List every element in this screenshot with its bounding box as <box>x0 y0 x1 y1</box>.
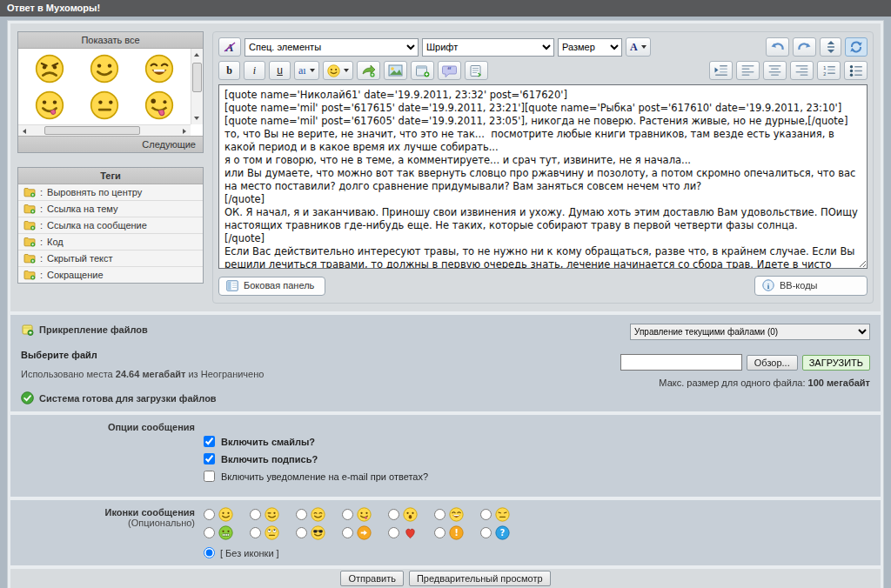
post-option-checkbox[interactable] <box>204 471 215 482</box>
indent-button[interactable] <box>709 61 733 80</box>
remove-format-button[interactable]: A <box>218 37 241 57</box>
message-icon-radio[interactable] <box>250 509 261 520</box>
emoticon-crazy[interactable] <box>132 90 187 120</box>
align-center-button[interactable] <box>763 61 787 80</box>
underline-button[interactable]: u <box>269 61 291 80</box>
post-option[interactable]: Включить уведомление на e-mail при ответ… <box>204 471 428 482</box>
browse-button[interactable]: Обзор... <box>747 355 798 371</box>
post-option[interactable]: Включить смайлы? <box>204 436 428 447</box>
tag-item[interactable]: :Скрытый текст <box>18 250 203 266</box>
message-icon-radio[interactable] <box>434 509 446 520</box>
editor-column: A Спец. элементы Шрифт Размер A b i u aı… <box>212 31 874 304</box>
special-elements-select[interactable]: Спец. элементы <box>245 38 419 57</box>
align-left-button[interactable] <box>736 61 760 80</box>
tag-item[interactable]: :Сокращение <box>18 266 203 283</box>
bold-button[interactable]: b <box>218 61 240 80</box>
emoticon-tongue[interactable] <box>22 90 77 120</box>
message-icon-option-rolleyes[interactable] <box>250 525 292 540</box>
message-icon-radio[interactable] <box>204 509 215 520</box>
emoticon-smile[interactable] <box>77 54 131 84</box>
tag-item[interactable]: :Код <box>18 233 203 250</box>
resize-editor-button[interactable] <box>820 37 841 57</box>
message-icon-option-excl[interactable]: ! <box>434 525 477 540</box>
insert-upload-button[interactable] <box>411 61 434 80</box>
unordered-list-button[interactable] <box>844 61 868 80</box>
message-icon-option-sick[interactable] <box>204 525 246 540</box>
message-icon-option-ohmy[interactable] <box>388 507 431 522</box>
message-icon-radio[interactable] <box>480 509 492 520</box>
scroll-left-icon[interactable] <box>19 126 30 137</box>
post-option[interactable]: Включить подпись? <box>204 453 428 464</box>
submit-button[interactable]: Отправить <box>340 571 404 586</box>
message-icon-option-smile[interactable] <box>204 507 246 522</box>
message-icon-option-question[interactable]: ? <box>480 525 523 540</box>
redo-button[interactable] <box>793 37 816 57</box>
scroll-thumb[interactable] <box>192 63 202 92</box>
emoticon-mad[interactable] <box>22 54 77 84</box>
message-icon-radio[interactable] <box>388 509 399 520</box>
post-option-checkbox[interactable] <box>204 436 215 447</box>
align-right-button[interactable] <box>790 61 814 80</box>
message-icon-option-none[interactable]: [ Без иконки ] <box>204 547 523 558</box>
emoticons-vertical-scrollbar[interactable] <box>191 49 203 124</box>
message-icon-option-heart[interactable] <box>388 525 431 540</box>
message-icon-option-tongue[interactable] <box>342 507 385 522</box>
emoticon-shifty[interactable] <box>77 90 131 120</box>
italic-button[interactable]: i <box>244 61 265 80</box>
message-icon-radio[interactable] <box>296 509 307 520</box>
dropdown-arrow-icon <box>310 69 315 72</box>
ordered-list-button[interactable]: 12 <box>817 61 841 80</box>
message-icon-option-arrow[interactable] <box>342 525 385 540</box>
size-select[interactable]: Размер <box>558 38 622 57</box>
bbcode-help-button[interactable]: iВВ-коды <box>754 276 868 296</box>
message-icon-option-cool[interactable] <box>296 525 338 540</box>
insert-image-button[interactable] <box>384 61 407 80</box>
show-all-emoticons-link[interactable]: Показать все <box>18 32 203 49</box>
scroll-thumb[interactable] <box>44 126 140 135</box>
message-icon-radio[interactable] <box>342 527 353 538</box>
insert-quote-button[interactable]: “ <box>438 61 461 80</box>
message-icon-option-sleep[interactable] <box>296 507 338 522</box>
scroll-down-icon[interactable] <box>191 113 202 124</box>
sidebar-toggle-button[interactable]: Боковая панель <box>218 277 325 296</box>
tag-separator: : <box>40 220 43 231</box>
message-icon-radio[interactable] <box>296 527 307 538</box>
insert-link-button[interactable] <box>357 61 380 80</box>
tag-item[interactable]: :Выровнять по центру <box>18 184 203 200</box>
tag-item[interactable]: :Ссылка на сообщение <box>18 217 203 233</box>
message-icon-radio[interactable] <box>480 527 492 538</box>
tags-panel: Теги :Выровнять по центру:Ссылка на тему… <box>17 167 204 284</box>
message-icon-radio[interactable] <box>388 527 399 538</box>
message-icon-option-biglaugh[interactable] <box>434 507 477 522</box>
undo-button[interactable] <box>766 37 789 57</box>
upload-button[interactable]: ЗАГРУЗИТЬ <box>802 355 870 371</box>
font-select[interactable]: Шрифт <box>422 38 554 57</box>
scroll-up-icon[interactable] <box>191 50 202 60</box>
align-center-icon <box>767 64 782 77</box>
insert-code-button[interactable] <box>465 61 488 80</box>
manage-files-select[interactable]: Управление текущими файлами (0) <box>630 324 870 340</box>
toggle-mode-button[interactable] <box>845 37 868 57</box>
message-icon-radio[interactable] <box>250 527 261 538</box>
message-icon-radio[interactable] <box>342 509 353 520</box>
emoticons-horizontal-scrollbar[interactable] <box>18 124 191 136</box>
choose-file-label: Выберите файл <box>21 350 264 360</box>
indent-icon <box>713 64 728 77</box>
message-editor[interactable]: [quote name='Николай61' date='19.9.2011,… <box>218 84 868 269</box>
tag-item[interactable]: :Ссылка на тему <box>18 200 203 217</box>
file-path-input[interactable] <box>620 354 742 371</box>
post-option-checkbox[interactable] <box>204 453 215 464</box>
font-color-button[interactable]: A <box>626 37 651 57</box>
no-icon-radio[interactable] <box>204 547 215 558</box>
text-style-button[interactable]: aı <box>294 61 319 80</box>
svg-text:2: 2 <box>823 71 827 77</box>
emoticon-dropdown-button[interactable] <box>323 61 353 80</box>
emoticon-biglaugh[interactable] <box>132 54 187 84</box>
message-icon-option-wink[interactable] <box>250 507 292 522</box>
message-icon-radio[interactable] <box>434 527 446 538</box>
message-icon-radio[interactable] <box>204 527 215 538</box>
message-icon-option-dry[interactable] <box>480 507 523 522</box>
next-emoticons-link[interactable]: Следующие <box>18 136 203 152</box>
scroll-right-icon[interactable] <box>179 126 190 137</box>
preview-button[interactable]: Предварительный просмотр <box>409 571 551 586</box>
